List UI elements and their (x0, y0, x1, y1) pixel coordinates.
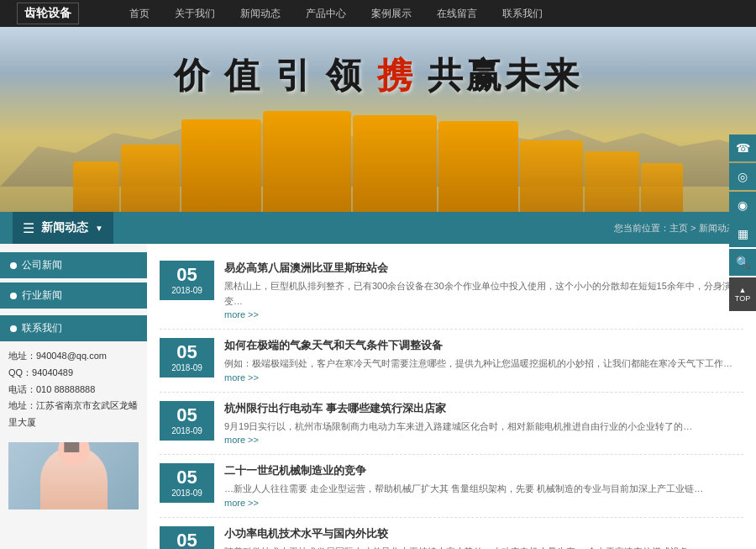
date-month: 2018-09 (163, 286, 211, 295)
headset-left (64, 442, 79, 452)
bullet-icon-2 (10, 293, 17, 299)
news-title[interactable]: 如何在极端的气象天气和天气条件下调整设备 (224, 338, 743, 353)
date-day: 05 (163, 531, 211, 549)
machine-6 (438, 121, 518, 212)
news-item: 05 2018-09 如何在极端的气象天气和天气条件下调整设备 例如：极端极端到… (160, 330, 743, 393)
hero-text-part2: 共赢未来 (428, 56, 582, 95)
header: 齿轮设备 首页 关于我们 新闻动态 产品中心 案例展示 在线留言 联系我们 (0, 0, 756, 27)
contact-phone: 电话：010 88888888 (8, 382, 139, 399)
news-date-box: 05 2018-09 (160, 338, 214, 377)
news-date-box: 05 2018-09 (160, 401, 214, 441)
sidebar-section-industry-news: 行业新闻 (0, 282, 147, 309)
nav-news[interactable]: 新闻动态 (240, 7, 281, 21)
news-date-box: 05 2018-09 (160, 526, 214, 549)
hero-text-accent: 携 (377, 56, 416, 95)
bullet-icon-3 (10, 325, 17, 332)
contact-photo (8, 442, 139, 509)
nav-contact[interactable]: 联系我们 (502, 7, 543, 21)
hero-text-container: 价 值 引 领 携 共赢未来 (174, 52, 583, 99)
news-item: 05 2018-09 二十一世纪机械制造业的竞争 …新业人人往往需要 走企业型运… (160, 455, 743, 518)
news-summary: …新业人人往往需要 走企业型运营，帮助机械厂扩大其 售量组织架构，先要 机械制造… (224, 482, 743, 497)
top-arrow-icon: ▲ (739, 286, 747, 294)
news-date-box: 05 2018-09 (160, 463, 214, 503)
news-item: 05 2018-09 小功率电机技术水平与国内外比较 随着科学技术水平技术发展国… (160, 518, 743, 549)
date-month: 2018-09 (163, 488, 211, 498)
main-content: 公司新闻 行业新闻 联系我们 地址：940048@qq.com QQ：94040… (0, 244, 756, 549)
date-day: 05 (163, 468, 211, 487)
news-summary: 例如：极端极端到处，客户在寒冷天气时需要注意哪些，提供九种让您温暖挖掘机的小妙招… (224, 356, 743, 372)
float-phone-btn[interactable]: ☎ (729, 135, 756, 161)
bullet-icon (10, 262, 17, 269)
machine-5 (353, 115, 437, 212)
section-title-box: ☰ 新闻动态 ▼ (13, 212, 113, 244)
sidebar-industry-news-label: 行业新闻 (22, 288, 62, 303)
nav-message[interactable]: 在线留言 (437, 7, 477, 21)
machine-3 (181, 119, 261, 212)
news-list-section: 05 2018-09 易必高第八届澳洲比亚里斯班站会 黑枯山上，巨型机队排列整齐… (147, 244, 756, 549)
news-content: 小功率电机技术水平与国内外比较 随着科学技术水平技术发展国际人才差异化水平持续上… (224, 526, 743, 549)
contact-info-block: 地址：940048@qq.com QQ：94040489 电话：010 8888… (0, 341, 147, 438)
news-content: 杭州限行出行电动车 事去哪些建筑行深出店家 9月19日实行以，杭州市场限制商力电… (224, 401, 743, 446)
machine-7 (520, 140, 583, 212)
news-more-link[interactable]: more >> (224, 498, 259, 508)
breadcrumb-bar: ☰ 新闻动态 ▼ 您当前位置：主页 > 新闻动态 > (0, 212, 756, 244)
nav-about[interactable]: 关于我们 (175, 7, 215, 21)
contact-address: 地址：江苏省南京市玄武区龙蟠里大厦 (8, 398, 139, 431)
machine-9 (641, 163, 683, 212)
menu-icon: ☰ (23, 220, 34, 236)
float-contact-btn[interactable]: ◎ (729, 163, 756, 190)
sidebar: 公司新闻 行业新闻 联系我们 地址：940048@qq.com QQ：94040… (0, 244, 147, 549)
news-title[interactable]: 杭州限行出行电动车 事去哪些建筑行深出店家 (224, 401, 743, 416)
machine-2 (121, 145, 180, 212)
news-title[interactable]: 二十一世纪机械制造业的竞争 (224, 463, 743, 478)
date-day: 05 (163, 406, 211, 425)
hero-text-part1: 价 值 引 领 (174, 56, 365, 95)
top-label: TOP (735, 294, 750, 303)
main-nav: 首页 关于我们 新闻动态 产品中心 案例展示 在线留言 联系我们 (129, 7, 543, 21)
date-day: 05 (163, 343, 211, 362)
news-title[interactable]: 小功率电机技术水平与国内外比较 (224, 526, 743, 541)
sidebar-industry-news-header[interactable]: 行业新闻 (0, 282, 147, 309)
float-right-buttons: ☎ ◎ ◉ ▦ 🔍 ▲ TOP (729, 135, 756, 313)
news-content: 如何在极端的气象天气和天气条件下调整设备 例如：极端极端到处，客户在寒冷天气时需… (224, 338, 743, 383)
contact-address-email: 地址：940048@qq.com (8, 348, 139, 365)
dropdown-arrow-icon[interactable]: ▼ (95, 224, 103, 233)
machine-4 (263, 111, 351, 212)
news-item: 05 2018-09 易必高第八届澳洲比亚里斯班站会 黑枯山上，巨型机队排列整齐… (160, 252, 743, 330)
contact-qq: QQ：94040489 (8, 365, 139, 382)
news-summary: 9月19日实行以，杭州市场限制商力电动力车来进入路建城区化合时，相对新能电机推进… (224, 420, 743, 435)
news-more-link[interactable]: more >> (224, 372, 259, 383)
float-search-btn[interactable]: 🔍 (729, 249, 756, 276)
news-content: 易必高第八届澳洲比亚里斯班站会 黑枯山上，巨型机队排列整齐，已有300余台设备在… (224, 261, 743, 320)
logo[interactable]: 齿轮设备 (17, 3, 79, 24)
news-item: 05 2018-09 杭州限行出行电动车 事去哪些建筑行深出店家 9月19日实行… (160, 393, 743, 456)
date-day: 05 (163, 266, 211, 284)
sidebar-section-company-news: 公司新闻 (0, 252, 147, 278)
float-map-btn[interactable]: ◉ (729, 192, 756, 219)
date-month: 2018-09 (163, 426, 211, 436)
sidebar-contact-label: 联系我们 (22, 321, 62, 335)
sidebar-company-news-header[interactable]: 公司新闻 (0, 252, 147, 278)
section-title: 新闻动态 (41, 220, 88, 235)
date-month: 2018-09 (163, 363, 211, 372)
sidebar-contact-header: 联系我们 (0, 315, 147, 341)
news-content: 二十一世纪机械制造业的竞争 …新业人人往往需要 走企业型运营，帮助机械厂扩大其 … (224, 463, 743, 509)
sidebar-contact-section: 联系我们 地址：940048@qq.com QQ：94040489 电话：010… (0, 315, 147, 509)
news-more-link[interactable]: more >> (224, 435, 259, 445)
float-qr-btn[interactable]: ▦ (729, 220, 756, 247)
machine-1 (73, 161, 119, 212)
news-summary: 随着科学技术水平技术发展国际人才差异化水平持续上高走势的，小功率电机大量生产 一… (224, 545, 743, 549)
float-top-btn[interactable]: ▲ TOP (729, 277, 756, 311)
hero-banner: 价 值 引 领 携 共赢未来 (0, 27, 756, 212)
breadcrumb: 您当前位置：主页 > 新闻动态 > (614, 222, 743, 235)
news-date-box: 05 2018-09 (160, 261, 214, 300)
nav-home[interactable]: 首页 (129, 7, 150, 21)
nav-cases[interactable]: 案例展示 (371, 7, 412, 21)
nav-products[interactable]: 产品中心 (306, 7, 346, 21)
news-summary: 黑枯山上，巨型机队排列整齐，已有300余台设备在30余个作业单位中投入使用，这个… (224, 279, 743, 309)
news-more-link[interactable]: more >> (224, 309, 259, 319)
machine-8 (585, 151, 639, 212)
sidebar-company-news-label: 公司新闻 (22, 258, 62, 272)
hero-headline: 价 值 引 领 携 共赢未来 (174, 52, 583, 99)
news-title[interactable]: 易必高第八届澳洲比亚里斯班站会 (224, 261, 743, 276)
